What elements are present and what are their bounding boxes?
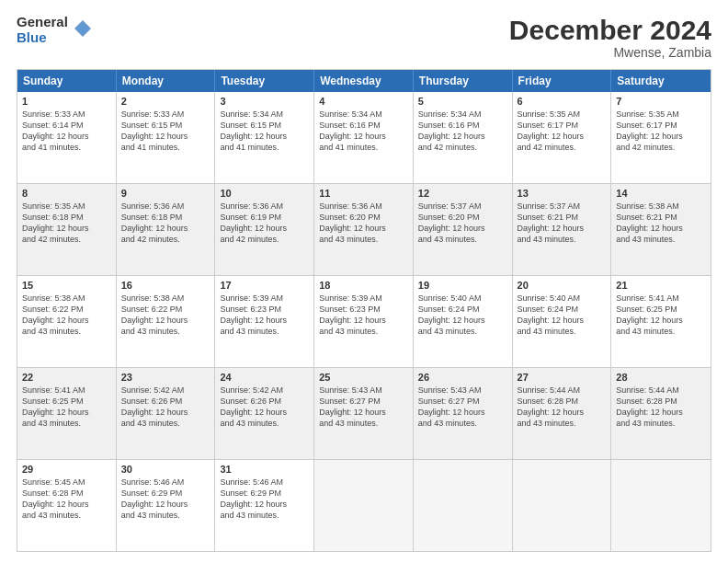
table-row: 1Sunrise: 5:33 AMSunset: 6:14 PMDaylight… [17, 92, 117, 183]
table-row: 31Sunrise: 5:46 AMSunset: 6:29 PMDayligh… [215, 460, 314, 551]
day-number: 3 [220, 96, 309, 107]
table-row: 10Sunrise: 5:36 AMSunset: 6:19 PMDayligh… [215, 184, 314, 275]
day-number: 12 [418, 188, 507, 199]
cell-text: Sunrise: 5:42 AMSunset: 6:26 PMDaylight:… [220, 385, 309, 430]
cell-text: Sunrise: 5:46 AMSunset: 6:29 PMDaylight:… [121, 477, 210, 522]
page-title: December 2024 [509, 15, 711, 45]
table-row: 25Sunrise: 5:43 AMSunset: 6:27 PMDayligh… [314, 368, 414, 459]
header-thursday: Thursday [414, 70, 513, 92]
day-number: 26 [418, 372, 507, 383]
cell-text: Sunrise: 5:38 AMSunset: 6:22 PMDaylight:… [121, 293, 210, 338]
day-number: 19 [418, 280, 507, 291]
cell-text: Sunrise: 5:46 AMSunset: 6:29 PMDaylight:… [220, 477, 309, 522]
week-1: 1Sunrise: 5:33 AMSunset: 6:14 PMDaylight… [17, 92, 711, 184]
table-row: 6Sunrise: 5:35 AMSunset: 6:17 PMDaylight… [513, 92, 612, 183]
table-row: 29Sunrise: 5:45 AMSunset: 6:28 PMDayligh… [17, 460, 117, 551]
calendar-header: Sunday Monday Tuesday Wednesday Thursday… [17, 70, 711, 92]
day-number: 5 [418, 96, 507, 107]
calendar-body: 1Sunrise: 5:33 AMSunset: 6:14 PMDaylight… [17, 92, 711, 551]
logo: General Blue [17, 15, 93, 45]
cell-text: Sunrise: 5:40 AMSunset: 6:24 PMDaylight:… [418, 293, 507, 338]
cell-text: Sunrise: 5:35 AMSunset: 6:17 PMDaylight:… [518, 109, 607, 154]
table-row [513, 460, 612, 551]
table-row: 2Sunrise: 5:33 AMSunset: 6:15 PMDaylight… [117, 92, 216, 183]
table-row: 20Sunrise: 5:40 AMSunset: 6:24 PMDayligh… [513, 276, 612, 367]
cell-text: Sunrise: 5:35 AMSunset: 6:18 PMDaylight:… [22, 201, 111, 246]
day-number: 2 [121, 96, 210, 107]
cell-text: Sunrise: 5:45 AMSunset: 6:28 PMDaylight:… [22, 477, 111, 522]
day-number: 31 [220, 464, 309, 475]
table-row: 23Sunrise: 5:42 AMSunset: 6:26 PMDayligh… [117, 368, 216, 459]
day-number: 10 [220, 188, 309, 199]
cell-text: Sunrise: 5:37 AMSunset: 6:21 PMDaylight:… [518, 201, 607, 246]
cell-text: Sunrise: 5:34 AMSunset: 6:15 PMDaylight:… [220, 109, 309, 154]
day-number: 4 [319, 96, 408, 107]
table-row: 22Sunrise: 5:41 AMSunset: 6:25 PMDayligh… [17, 368, 117, 459]
day-number: 13 [518, 188, 607, 199]
cell-text: Sunrise: 5:38 AMSunset: 6:21 PMDaylight:… [616, 201, 706, 246]
day-number: 22 [22, 372, 111, 383]
page-subtitle: Mwense, Zambia [509, 45, 711, 60]
table-row: 21Sunrise: 5:41 AMSunset: 6:25 PMDayligh… [611, 276, 711, 367]
day-number: 7 [616, 96, 706, 107]
cell-text: Sunrise: 5:39 AMSunset: 6:23 PMDaylight:… [220, 293, 309, 338]
table-row: 14Sunrise: 5:38 AMSunset: 6:21 PMDayligh… [611, 184, 711, 275]
cell-text: Sunrise: 5:36 AMSunset: 6:18 PMDaylight:… [121, 201, 210, 246]
table-row: 26Sunrise: 5:43 AMSunset: 6:27 PMDayligh… [414, 368, 513, 459]
table-row: 16Sunrise: 5:38 AMSunset: 6:22 PMDayligh… [117, 276, 216, 367]
week-3: 15Sunrise: 5:38 AMSunset: 6:22 PMDayligh… [17, 276, 711, 368]
day-number: 30 [121, 464, 210, 475]
table-row: 28Sunrise: 5:44 AMSunset: 6:28 PMDayligh… [611, 368, 711, 459]
day-number: 28 [616, 372, 706, 383]
cell-text: Sunrise: 5:34 AMSunset: 6:16 PMDaylight:… [418, 109, 507, 154]
table-row: 11Sunrise: 5:36 AMSunset: 6:20 PMDayligh… [314, 184, 414, 275]
header-tuesday: Tuesday [215, 70, 314, 92]
table-row: 15Sunrise: 5:38 AMSunset: 6:22 PMDayligh… [17, 276, 117, 367]
table-row [611, 460, 711, 551]
page: General Blue December 2024 Mwense, Zambi… [0, 0, 728, 563]
table-row: 17Sunrise: 5:39 AMSunset: 6:23 PMDayligh… [215, 276, 314, 367]
cell-text: Sunrise: 5:33 AMSunset: 6:14 PMDaylight:… [22, 109, 111, 154]
table-row: 13Sunrise: 5:37 AMSunset: 6:21 PMDayligh… [513, 184, 612, 275]
cell-text: Sunrise: 5:36 AMSunset: 6:19 PMDaylight:… [220, 201, 309, 246]
table-row [414, 460, 513, 551]
day-number: 9 [121, 188, 210, 199]
day-number: 1 [22, 96, 111, 107]
cell-text: Sunrise: 5:40 AMSunset: 6:24 PMDaylight:… [518, 293, 607, 338]
day-number: 23 [121, 372, 210, 383]
calendar: Sunday Monday Tuesday Wednesday Thursday… [17, 69, 711, 552]
day-number: 16 [121, 280, 210, 291]
table-row: 5Sunrise: 5:34 AMSunset: 6:16 PMDaylight… [414, 92, 513, 183]
cell-text: Sunrise: 5:44 AMSunset: 6:28 PMDaylight:… [616, 385, 706, 430]
cell-text: Sunrise: 5:38 AMSunset: 6:22 PMDaylight:… [22, 293, 111, 338]
logo-icon [73, 18, 93, 39]
cell-text: Sunrise: 5:44 AMSunset: 6:28 PMDaylight:… [518, 385, 607, 430]
table-row: 12Sunrise: 5:37 AMSunset: 6:20 PMDayligh… [414, 184, 513, 275]
table-row: 19Sunrise: 5:40 AMSunset: 6:24 PMDayligh… [414, 276, 513, 367]
week-2: 8Sunrise: 5:35 AMSunset: 6:18 PMDaylight… [17, 184, 711, 276]
day-number: 29 [22, 464, 111, 475]
table-row: 4Sunrise: 5:34 AMSunset: 6:16 PMDaylight… [314, 92, 414, 183]
day-number: 15 [22, 280, 111, 291]
day-number: 18 [319, 280, 408, 291]
week-5: 29Sunrise: 5:45 AMSunset: 6:28 PMDayligh… [17, 460, 711, 551]
header-monday: Monday [117, 70, 216, 92]
cell-text: Sunrise: 5:43 AMSunset: 6:27 PMDaylight:… [319, 385, 408, 430]
header: General Blue December 2024 Mwense, Zambi… [17, 15, 711, 60]
day-number: 17 [220, 280, 309, 291]
cell-text: Sunrise: 5:41 AMSunset: 6:25 PMDaylight:… [22, 385, 111, 430]
table-row: 7Sunrise: 5:35 AMSunset: 6:17 PMDaylight… [611, 92, 711, 183]
day-number: 6 [518, 96, 607, 107]
table-row: 3Sunrise: 5:34 AMSunset: 6:15 PMDaylight… [215, 92, 314, 183]
day-number: 21 [616, 280, 706, 291]
day-number: 27 [518, 372, 607, 383]
header-wednesday: Wednesday [314, 70, 414, 92]
cell-text: Sunrise: 5:42 AMSunset: 6:26 PMDaylight:… [121, 385, 210, 430]
header-friday: Friday [513, 70, 612, 92]
table-row [314, 460, 414, 551]
day-number: 24 [220, 372, 309, 383]
table-row: 24Sunrise: 5:42 AMSunset: 6:26 PMDayligh… [215, 368, 314, 459]
day-number: 25 [319, 372, 408, 383]
title-block: December 2024 Mwense, Zambia [509, 15, 711, 60]
day-number: 11 [319, 188, 408, 199]
